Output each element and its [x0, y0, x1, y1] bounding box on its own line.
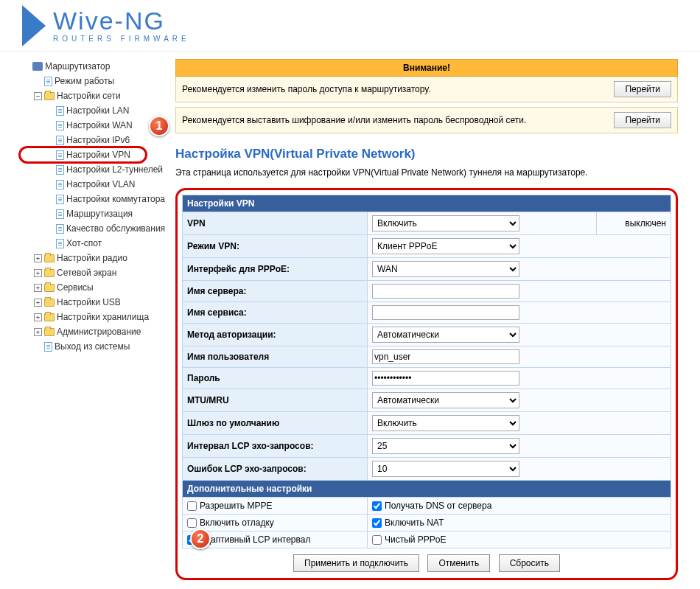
input-pass[interactable] [372, 371, 519, 386]
sidebar-item-logout[interactable]: Выход из системы [22, 339, 169, 354]
button-row: Применить и подключить Отменить Сбросить [182, 548, 671, 574]
page-icon [56, 209, 64, 219]
callout-badge-2: 2 [190, 529, 211, 549]
sidebar: Маршрутизатор Режим работы −Настройки се… [22, 59, 169, 580]
label-gw: Шлюз по умолчанию [183, 412, 367, 434]
alert-row-wifi: Рекомендуется выставить шифрование и/или… [175, 107, 678, 133]
logo-chevron-icon [22, 5, 46, 46]
collapse-icon[interactable]: − [34, 92, 42, 100]
page-icon [56, 239, 64, 248]
sidebar-item-network[interactable]: −Настройки сети [22, 88, 169, 103]
sidebar-item-vlan[interactable]: Настройки VLAN [22, 177, 169, 192]
sidebar-item-storage[interactable]: +Настройки хранилища [22, 310, 169, 324]
expand-icon[interactable]: + [34, 269, 42, 277]
logo-title: Wive-NG [53, 8, 190, 33]
label-pass: Пароль [183, 368, 367, 388]
status-vpn: выключен [597, 212, 671, 234]
folder-icon [44, 299, 55, 307]
router-icon [32, 62, 43, 71]
select-iface[interactable]: WAN [372, 261, 519, 277]
label-server: Имя сервера: [183, 281, 367, 302]
alert-row-password: Рекомендуется изменить пароль доступа к … [175, 77, 678, 102]
folder-icon [44, 313, 55, 321]
checkbox-nat[interactable]: Включить NAT [372, 517, 666, 528]
page-icon [56, 136, 64, 145]
label-service: Имя сервиса: [183, 302, 367, 323]
checkbox-dns[interactable]: Получать DNS от сервера [372, 501, 666, 511]
reset-button[interactable]: Сбросить [499, 554, 560, 572]
page-icon [44, 77, 52, 86]
checkbox-debug[interactable]: Включить отладку [187, 517, 363, 528]
select-gw[interactable]: Включить [372, 415, 519, 431]
expand-icon[interactable]: + [34, 328, 42, 336]
label-mode: Режим VPN: [183, 235, 367, 257]
page-icon [56, 106, 64, 116]
page-icon [56, 121, 64, 130]
cancel-button[interactable]: Отменить [427, 554, 490, 572]
alert-text: Рекомендуется выставить шифрование и/или… [182, 115, 526, 125]
label-user: Имя пользователя [183, 346, 367, 367]
apply-button[interactable]: Применить и подключить [293, 554, 419, 572]
sidebar-item-l2[interactable]: Настройки L2-туннелей [22, 162, 169, 177]
sidebar-item-services[interactable]: +Сервисы [22, 280, 169, 295]
select-vpn[interactable]: Включить [372, 215, 519, 231]
sidebar-item-lan[interactable]: Настройки LAN [22, 103, 169, 118]
select-mode[interactable]: Клиент PPPoE [372, 238, 519, 254]
label-vpn: VPN [183, 212, 367, 234]
sidebar-item-switch[interactable]: Настройки коммутатора [22, 192, 169, 206]
checkbox-mppe[interactable]: Разрешить MPPE [187, 501, 363, 511]
sidebar-item-qos[interactable]: Качество обслуживания [22, 221, 169, 236]
vpn-form: Настройки VPN VPN Включить выключен Режи… [175, 188, 678, 580]
logo-block: Wive-NG ROUTERS FIRMWARE [53, 8, 190, 43]
logo-subtitle: ROUTERS FIRMWARE [53, 35, 190, 43]
folder-icon [44, 284, 55, 292]
callout-badge-1: 1 [149, 116, 169, 136]
sidebar-item-usb[interactable]: +Настройки USB [22, 295, 169, 310]
sidebar-item-radio[interactable]: +Настройки радио [22, 251, 169, 265]
section-header-advanced: Дополнительные настройки [183, 481, 671, 497]
alert-go-button[interactable]: Перейти [614, 112, 671, 128]
page-title: Настройка VPN(Virtual Private Network) [175, 147, 678, 161]
label-mtu: MTU/MRU [183, 389, 367, 411]
select-lcp-errors[interactable]: 10 [372, 461, 519, 477]
alert-header: Внимание! [175, 59, 678, 77]
header: Wive-NG ROUTERS FIRMWARE [0, 0, 700, 52]
checkbox-adaptive-lcp[interactable]: Адаптивный LCP интервал [187, 534, 363, 545]
page-icon [56, 195, 64, 204]
input-service[interactable] [372, 305, 519, 320]
expand-icon[interactable]: + [34, 313, 42, 321]
folder-icon [44, 92, 55, 100]
input-server[interactable] [372, 284, 519, 299]
page-description: Эта страница используется для настройки … [175, 167, 678, 178]
sidebar-item-firewall[interactable]: +Сетевой экран [22, 265, 169, 280]
select-lcp-interval[interactable]: 25 [372, 438, 519, 454]
expand-icon[interactable]: + [34, 299, 42, 307]
input-user[interactable] [372, 349, 519, 364]
sidebar-item-hotspot[interactable]: Хот-спот [22, 236, 169, 251]
expand-icon[interactable]: + [34, 254, 42, 262]
sidebar-item-admin[interactable]: +Администрирование [22, 324, 169, 339]
label-lcp-interval: Интервал LCP эхо-запросов: [183, 435, 367, 457]
folder-icon [44, 328, 55, 336]
sidebar-item-router[interactable]: Маршрутизатор [22, 59, 169, 74]
sidebar-item-wan[interactable]: Настройки WAN [22, 118, 169, 133]
page-icon [44, 342, 52, 352]
sidebar-item-ipv6[interactable]: Настройки IPv6 [22, 133, 169, 147]
select-auth[interactable]: Автоматически [372, 327, 519, 343]
main-panel: Внимание! Рекомендуется изменить пароль … [175, 59, 678, 580]
sidebar-item-mode[interactable]: Режим работы [22, 74, 169, 88]
page-icon [56, 224, 64, 234]
sidebar-item-routing[interactable]: Маршрутизация [22, 206, 169, 221]
alert-text: Рекомендуется изменить пароль доступа к … [182, 84, 430, 94]
alert-go-button[interactable]: Перейти [614, 81, 671, 97]
page-icon [56, 180, 64, 189]
select-mtu[interactable]: Автоматически [372, 392, 519, 408]
folder-icon [44, 269, 55, 277]
sidebar-item-vpn[interactable]: Настройки VPN [22, 147, 169, 162]
label-auth: Метод авторизации: [183, 324, 367, 346]
expand-icon[interactable]: + [34, 284, 42, 292]
page-icon [56, 150, 64, 160]
label-iface: Интерфейс для PPPoE: [183, 258, 367, 280]
label-lcp-errors: Ошибок LCP эхо-запросов: [183, 458, 367, 480]
checkbox-pure-pppoe[interactable]: Чистый PPPoE [372, 534, 666, 545]
